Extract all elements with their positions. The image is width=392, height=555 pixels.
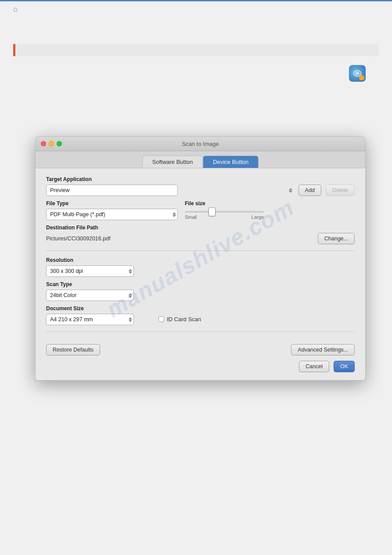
file-type-col: File Type PDF Multi-Page (*.pdf) [46,200,178,220]
target-application-select-wrapper: Preview [46,185,294,196]
bottom-actions-row: Restore Defaults Advanced Settings... [46,338,355,357]
settings-section: Resolution 300 x 300 dpi Scan Type [46,257,355,332]
add-button[interactable]: Add [298,185,321,196]
scan-to-image-dialog: manualshlive.com Scan to Image Software … [35,136,366,381]
window-controls [41,141,62,146]
target-application-row: Preview Add Delete [46,185,355,196]
tab-device-button[interactable]: Device Button [203,156,259,168]
destination-label: Destination File Path [46,225,355,231]
section-bar [13,44,379,56]
dialog-title: Scan to Image [182,141,219,147]
ok-button[interactable]: OK [334,361,355,372]
dialog-body: Target Application Preview Add Delete [36,168,365,380]
top-border [0,0,392,1]
app-icon-area [349,65,366,82]
id-card-scan-checkbox[interactable] [158,316,164,322]
document-size-select-wrapper: A4 210 x 297 mm [46,314,134,325]
scan-type-select-wrapper: 24bit Color [46,290,134,301]
document-size-select[interactable]: A4 210 x 297 mm [46,314,134,325]
advanced-settings-button[interactable]: Advanced Settings... [291,344,355,355]
arrow-down-icon [289,191,292,193]
resolution-label: Resolution [46,257,355,263]
file-size-slider-track [185,211,264,213]
destination-section: Destination File Path Pictures/CCI300920… [46,225,355,244]
delete-button[interactable]: Delete [326,185,355,196]
id-card-scan-field: ID Card Scan [158,316,201,323]
close-button[interactable] [41,141,46,146]
change-button[interactable]: Change... [318,233,355,244]
document-size-label: Document Size [46,305,134,312]
file-type-select[interactable]: PDF Multi-Page (*.pdf) [46,209,178,220]
scan-type-field: Scan Type 24bit Color [46,281,355,301]
top-section: Target Application Preview Add Delete [46,176,355,251]
target-application-label: Target Application [46,176,355,182]
home-area: ⌂ [13,5,18,13]
scan-type-label: Scan Type [46,281,355,287]
svg-point-1 [356,72,359,75]
cancel-button[interactable]: Cancel [299,361,329,372]
file-size-slider-thumb[interactable] [209,207,216,216]
small-label: Small [185,214,197,220]
resolution-select-wrapper: 300 x 300 dpi [46,265,134,277]
file-type-label: File Type [46,200,178,207]
docsize-idcard-row: Document Size A4 210 x 297 mm [46,305,355,325]
file-size-slider-container: Small Large [185,211,264,220]
select-arrows [289,188,292,193]
scan-type-select[interactable]: 24bit Color [46,290,134,301]
app-icon [349,65,366,82]
dialog-wrapper: manualshlive.com Scan to Image Software … [35,136,366,381]
id-card-scan-label: ID Card Scan [167,316,201,323]
tab-bar: Software Button Device Button [36,151,365,168]
large-label: Large [252,214,264,220]
target-application-select[interactable]: Preview [46,185,178,196]
title-bar: Scan to Image [36,137,365,151]
filetype-filesize-row: File Type PDF Multi-Page (*.pdf) [46,200,355,220]
slider-labels: Small Large [185,214,264,220]
document-size-field: Document Size A4 210 x 297 mm [46,305,134,325]
confirm-buttons-row: Cancel OK [46,357,355,372]
arrow-up-icon [289,188,292,190]
file-type-select-wrapper: PDF Multi-Page (*.pdf) [46,209,178,220]
destination-row: Pictures/CCI30092016.pdf Change... [46,233,355,244]
file-size-label: File size [185,200,355,207]
home-icon[interactable]: ⌂ [13,5,18,13]
tab-software-button[interactable]: Software Button [142,156,203,168]
resolution-field: Resolution 300 x 300 dpi [46,257,355,277]
file-size-col: File size Small Large [185,200,355,220]
destination-path: Pictures/CCI30092016.pdf [46,236,111,242]
resolution-select[interactable]: 300 x 300 dpi [46,265,134,277]
maximize-button[interactable] [57,141,62,146]
minimize-button[interactable] [49,141,54,146]
restore-defaults-button[interactable]: Restore Defaults [46,344,100,355]
